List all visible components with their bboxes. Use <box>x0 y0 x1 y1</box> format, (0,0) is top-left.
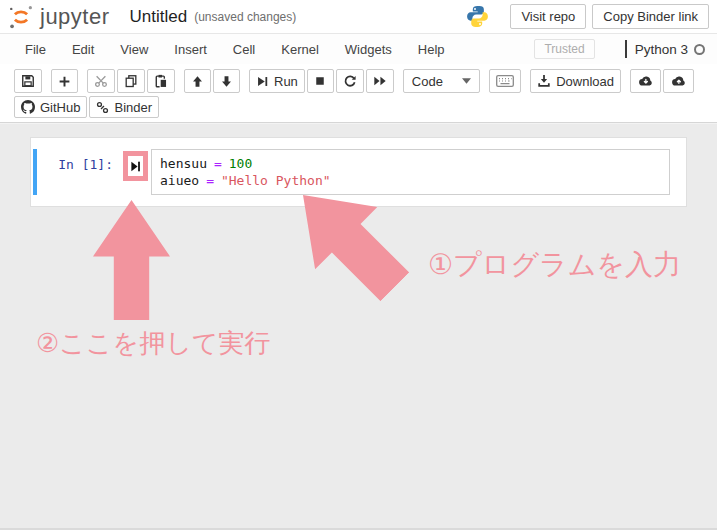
run-cell-icon <box>130 160 141 173</box>
restart-kernel-button[interactable] <box>336 69 364 93</box>
jupyter-wordmark: jupyter <box>40 4 110 30</box>
header-right: Visit repo Copy Binder link <box>465 4 709 29</box>
toolbar: Run <box>0 64 717 123</box>
annotation-step2-label: ②ここを押して実行 <box>36 328 270 359</box>
cloud-upload-icon <box>670 75 687 88</box>
trusted-badge[interactable]: Trusted <box>534 39 594 59</box>
jupyter-window: jupyter Untitled (unsaved changes) Visit… <box>0 0 717 530</box>
code-line-1: hensuu=100 <box>160 155 661 172</box>
download-button[interactable]: Download <box>530 69 621 93</box>
cloud-download-button[interactable] <box>630 69 661 93</box>
menu-view[interactable]: View <box>107 38 161 61</box>
github-button[interactable]: GitHub <box>14 96 87 118</box>
code-value-2: "Hello Python" <box>221 173 331 188</box>
interrupt-kernel-button[interactable] <box>307 69 334 93</box>
jupyter-logo[interactable]: jupyter <box>8 4 110 30</box>
arrow-down-icon <box>220 75 233 88</box>
visit-repo-button[interactable]: Visit repo <box>510 4 586 29</box>
download-icon <box>537 74 551 88</box>
menu-cell[interactable]: Cell <box>220 38 268 61</box>
paste-icon <box>154 74 168 88</box>
save-button[interactable] <box>14 69 42 93</box>
cut-icon <box>94 74 108 88</box>
chevron-down-icon <box>462 78 471 84</box>
menu-kernel[interactable]: Kernel <box>268 38 332 61</box>
run-button[interactable]: Run <box>249 69 305 93</box>
code-line-2: aiueo="Hello Python" <box>160 172 661 189</box>
menu-insert[interactable]: Insert <box>161 38 220 61</box>
code-cell[interactable]: In [1]: hensuu=100 aiueo="Hello Python" <box>30 137 687 207</box>
run-button-label: Run <box>274 74 298 89</box>
restart-icon <box>343 74 357 88</box>
binder-link-icon <box>96 101 109 114</box>
move-cell-up-button[interactable] <box>184 69 211 93</box>
code-value-1: 100 <box>229 156 252 171</box>
copy-cell-button[interactable] <box>117 69 145 93</box>
github-button-label: GitHub <box>40 100 80 115</box>
download-button-label: Download <box>556 74 614 89</box>
code-op-2: = <box>206 173 214 188</box>
toolbar-row-1: Run <box>14 69 703 93</box>
kernel-name: Python 3 <box>635 42 688 57</box>
code-var-2: aiueo <box>160 173 199 188</box>
menu-bar: File Edit View Insert Cell Kernel Widget… <box>0 33 717 64</box>
menu-edit[interactable]: Edit <box>59 38 107 61</box>
menu-help[interactable]: Help <box>405 38 458 61</box>
copy-icon <box>124 74 138 88</box>
python-logo-icon <box>465 4 490 29</box>
menu-right: Trusted Python 3 <box>534 39 705 59</box>
annotation-step1-label: ①プログラムを入力 <box>428 248 681 282</box>
cell-type-value: Code <box>412 74 443 89</box>
header: jupyter Untitled (unsaved changes) Visit… <box>0 0 717 33</box>
add-cell-button[interactable] <box>51 69 78 93</box>
copy-binder-link-button[interactable]: Copy Binder link <box>592 4 709 29</box>
toolbar-row-2: GitHub Binder <box>14 96 703 118</box>
binder-button-label: Binder <box>114 100 152 115</box>
plus-icon <box>58 75 71 88</box>
code-var-1: hensuu <box>160 156 207 171</box>
paste-cell-button[interactable] <box>147 69 175 93</box>
cloud-download-icon <box>637 75 654 88</box>
run-cell-button[interactable] <box>123 151 148 181</box>
arrow-up-icon <box>191 75 204 88</box>
cloud-upload-button[interactable] <box>663 69 694 93</box>
autosave-status: (unsaved changes) <box>194 10 296 24</box>
github-icon <box>21 100 35 114</box>
kernel-idle-icon <box>694 44 705 55</box>
jupyter-logo-icon <box>8 4 34 30</box>
cell-type-select[interactable]: Code <box>403 69 480 93</box>
code-editor[interactable]: hensuu=100 aiueo="Hello Python" <box>151 149 670 195</box>
menu-widgets[interactable]: Widgets <box>332 38 405 61</box>
binder-button[interactable]: Binder <box>89 96 159 118</box>
input-prompt: In [1]: <box>37 149 113 195</box>
code-op-1: = <box>214 156 222 171</box>
menu-file[interactable]: File <box>12 38 59 61</box>
keyboard-icon <box>496 75 514 87</box>
stop-icon <box>314 75 326 87</box>
cut-cell-button[interactable] <box>87 69 115 93</box>
move-cell-down-button[interactable] <box>213 69 240 93</box>
command-palette-button[interactable] <box>489 69 521 93</box>
run-icon <box>256 75 269 88</box>
fast-forward-icon <box>373 74 387 88</box>
selected-cell-border: In [1]: hensuu=100 aiueo="Hello Python" <box>33 149 670 195</box>
save-icon <box>21 74 35 88</box>
notebook-title[interactable]: Untitled <box>130 7 188 27</box>
notebook-area: In [1]: hensuu=100 aiueo="Hello Python" … <box>0 123 717 530</box>
kernel-separator <box>625 40 627 58</box>
restart-run-all-button[interactable] <box>366 69 394 93</box>
annotation-arrow-to-run-button <box>93 200 170 320</box>
